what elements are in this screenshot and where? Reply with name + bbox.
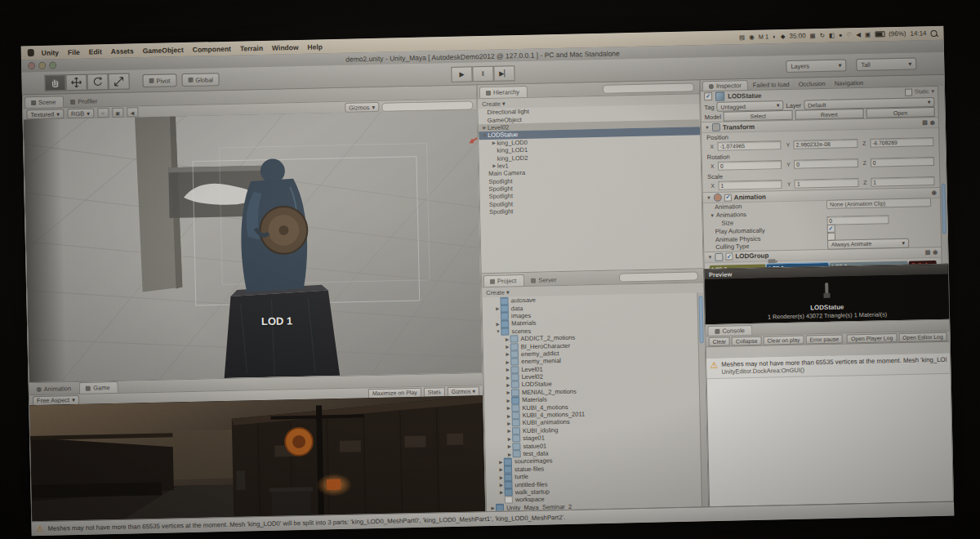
hierarchy-search-input[interactable]: [603, 82, 694, 93]
game-tab-icon: [86, 385, 91, 390]
apple-menu-icon[interactable]: [28, 49, 34, 56]
foldout-arrow-icon[interactable]: ▼: [707, 255, 712, 260]
console-panel: Console ClearCollapseClear on playError …: [705, 319, 954, 507]
project-scroll-thumb[interactable]: [698, 296, 703, 343]
position-x-field[interactable]: -1.074965: [717, 140, 782, 151]
game-overlay-toggle[interactable]: ▣: [112, 108, 123, 118]
menu-gameobject[interactable]: GameObject: [142, 46, 183, 55]
heart-icon[interactable]: ♡: [846, 31, 852, 38]
scale-tool[interactable]: [108, 74, 129, 91]
console-warning-entry[interactable]: ⚠ Meshes may not have more than 65535 ve…: [706, 354, 950, 379]
tab-scene[interactable]: Scene: [24, 96, 65, 108]
rotation-y-field[interactable]: 0: [794, 158, 858, 169]
tab-project[interactable]: Project: [483, 274, 525, 287]
global-button[interactable]: Global: [181, 73, 220, 87]
project-search-input[interactable]: [619, 271, 698, 282]
tree-item-label: walk_startup: [515, 488, 550, 496]
render-mode-dropdown[interactable]: Textured▾: [26, 109, 64, 119]
hand-tool[interactable]: [44, 74, 65, 91]
gizmos-dropdown[interactable]: Gizmos▾: [345, 102, 379, 113]
gear-icon[interactable]: ◉: [932, 189, 937, 196]
sync-icon[interactable]: ↻: [820, 32, 825, 39]
lighting-toggle[interactable]: ☼: [97, 108, 109, 118]
audio-toggle[interactable]: ◀: [127, 107, 138, 117]
pause-button[interactable]: ‖: [472, 66, 493, 82]
book-icon[interactable]: ▤: [922, 119, 928, 126]
culling-type-dropdown[interactable]: Always Animate▾: [827, 238, 909, 250]
tab-profiler[interactable]: Profiler: [65, 96, 105, 107]
object-name[interactable]: LODStatue: [728, 91, 762, 100]
game-viewport[interactable]: [29, 395, 485, 521]
tab-hierarchy[interactable]: Hierarchy: [479, 86, 528, 98]
play-automatically-checkbox[interactable]: ✓: [826, 225, 835, 233]
input-source-icon[interactable]: M 1: [759, 33, 769, 40]
rotate-tool[interactable]: [87, 74, 108, 91]
menu-unity[interactable]: Unity: [42, 48, 59, 56]
layers-dropdown[interactable]: Layers▾: [786, 59, 846, 73]
lod-camera-marker-icon[interactable]: [768, 259, 776, 263]
inspector-scroll-thumb[interactable]: [942, 184, 947, 234]
rotation-x-field[interactable]: 0: [718, 160, 782, 171]
foldout-arrow-icon[interactable]: ▼: [706, 195, 711, 200]
tab-game[interactable]: Game: [79, 381, 118, 394]
bluetooth-icon[interactable]: ▣: [865, 31, 871, 38]
inspector-tab-icon: [709, 83, 714, 88]
console-error-pause-button[interactable]: Error pause: [805, 334, 843, 344]
menu-terrain[interactable]: Terrain: [240, 43, 263, 52]
mail-icon[interactable]: ▦: [809, 32, 815, 39]
volume-icon[interactable]: ◀: [856, 31, 861, 38]
model-open-button[interactable]: Open: [866, 107, 934, 118]
console-open-player-log-button[interactable]: Open Player Log: [847, 333, 897, 343]
tab-server[interactable]: Server: [525, 274, 564, 286]
pivot-button[interactable]: Pivot: [142, 74, 176, 87]
menu-help[interactable]: Help: [307, 42, 323, 51]
menu-file[interactable]: File: [68, 47, 80, 56]
play-button[interactable]: ▶: [451, 66, 472, 82]
menu-component[interactable]: Component: [193, 44, 231, 53]
lodgroup-enabled-checkbox[interactable]: ✓: [725, 253, 733, 261]
animation-enabled-checkbox[interactable]: ✓: [724, 194, 732, 201]
menu-window[interactable]: Window: [272, 42, 299, 51]
menu-edit[interactable]: Edit: [89, 47, 102, 56]
hierarchy-create-button[interactable]: Create ▾: [482, 100, 506, 108]
static-checkbox[interactable]: [905, 88, 912, 96]
menu-assets[interactable]: Assets: [111, 47, 134, 56]
chat-icon[interactable]: ●: [839, 31, 843, 38]
scene-viewport[interactable]: LOD 1: [24, 109, 483, 383]
book-icon[interactable]: ▤: [925, 249, 931, 256]
dropbox-icon[interactable]: ◧: [829, 32, 835, 39]
scale-x-field[interactable]: 1: [718, 180, 782, 190]
layout-dropdown[interactable]: Tall▾: [856, 57, 916, 71]
window-switcher-icon[interactable]: ▤: [739, 33, 745, 41]
antivirus-icon[interactable]: ◆: [781, 33, 786, 40]
gear-icon[interactable]: ◉: [930, 119, 935, 126]
tree-item-label: BI_HeroCharacter: [521, 341, 571, 350]
console-tab-icon: [715, 328, 719, 333]
move-tool[interactable]: [65, 74, 87, 91]
project-create-button[interactable]: Create ▾: [486, 288, 510, 296]
console-log-area[interactable]: ⚠ Meshes may not have more than 65535 ve…: [706, 354, 953, 506]
console-open-editor-log-button[interactable]: Open Editor Log: [898, 332, 947, 341]
console-clear-on-play-button[interactable]: Clear on play: [763, 335, 804, 345]
help-icon[interactable]: ◉: [749, 33, 755, 41]
position-z-field[interactable]: -6.708289: [870, 137, 934, 148]
foldout-arrow-icon[interactable]: ▼: [710, 213, 715, 218]
scale-z-field[interactable]: 1: [871, 176, 935, 187]
game-render: [29, 395, 485, 521]
active-checkbox[interactable]: ✓: [704, 92, 712, 100]
position-y-field[interactable]: 2.980232e-08: [794, 139, 858, 149]
spotlight-search-icon[interactable]: [930, 29, 937, 36]
model-select-button[interactable]: Select: [724, 110, 792, 122]
settings-icon[interactable]: ◐: [773, 33, 777, 40]
console-collapse-button[interactable]: Collapse: [732, 336, 762, 345]
console-clear-button[interactable]: Clear: [709, 336, 730, 346]
tab-animation[interactable]: Animation: [31, 383, 79, 394]
gear-icon[interactable]: ◉: [933, 249, 938, 256]
rotation-z-field[interactable]: 0: [870, 157, 934, 167]
step-button[interactable]: ▶▏: [493, 65, 514, 82]
foldout-arrow-icon[interactable]: ▼: [705, 125, 710, 130]
tab-console[interactable]: Console: [707, 325, 752, 336]
scale-y-field[interactable]: 1: [795, 178, 859, 189]
channel-dropdown[interactable]: RGB▾: [67, 108, 94, 118]
model-revert-button[interactable]: Revert: [795, 109, 863, 120]
